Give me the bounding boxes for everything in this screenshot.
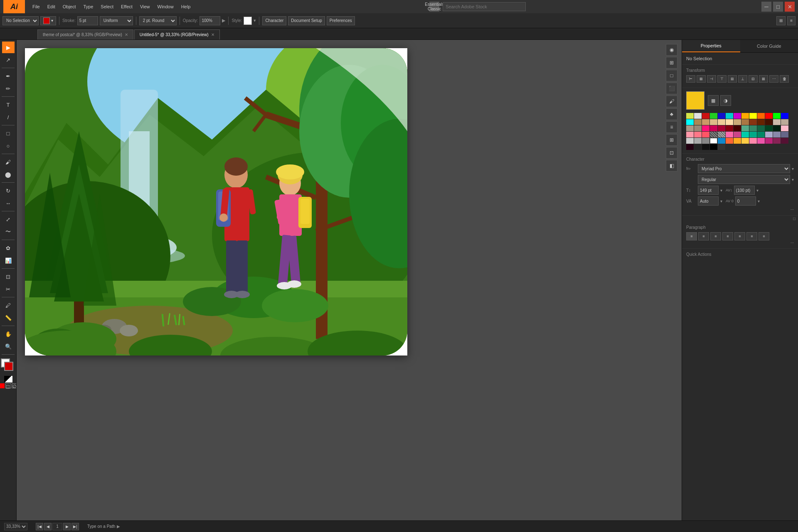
swatch[interactable] [781,125,788,131]
slice-tool[interactable]: ✂ [2,283,15,295]
align-hcenter-btn[interactable]: ⊠ [697,75,706,83]
align-left-btn[interactable]: ⊢ [686,75,695,83]
style-swatch[interactable] [244,17,252,25]
swatch[interactable] [757,132,765,137]
stroke-width-input[interactable] [77,16,98,25]
font-size-unit-arrow[interactable]: ▾ [720,188,722,193]
menu-view[interactable]: View [137,2,153,11]
round-cap-select[interactable]: 2 pt. Round [139,16,177,25]
tab-1[interactable]: theme of postcai* @ 8,33% (RGB/Preview) … [37,29,133,39]
menu-help[interactable]: Help [178,2,194,11]
panel-expand-btn[interactable]: □ [793,216,796,221]
maximize-button[interactable]: □ [773,2,783,12]
justify-text-btn[interactable]: ≡ [722,232,733,240]
tracking-value-input[interactable] [735,196,756,206]
swatch[interactable] [765,138,773,144]
artboard-info-expand[interactable]: ▶ [117,524,120,529]
nav-brush-btn[interactable]: 🖌 [666,96,677,107]
swatch[interactable] [702,132,709,137]
swatch[interactable] [710,113,717,119]
tab-2-close[interactable]: ✕ [211,32,214,37]
swatch[interactable] [734,119,741,125]
swatch[interactable] [718,144,725,150]
default-colors-btn[interactable] [4,376,12,382]
align-bottom-btn[interactable]: ⊥ [738,75,747,83]
swatch[interactable] [773,132,781,137]
menu-type[interactable]: Type [80,2,97,11]
swatch[interactable] [726,138,733,144]
transform-more-btn[interactable]: ⋯ [769,75,778,83]
swatch[interactable] [686,113,694,119]
artboard-number-input[interactable] [52,523,62,530]
nav-align-btn[interactable]: ⊞ [666,134,677,146]
swatch[interactable] [718,132,725,137]
font-family-select[interactable]: Myriad Pro [698,164,790,173]
swatch[interactable] [765,132,773,137]
style-arrow[interactable]: ▾ [254,18,256,23]
swatch[interactable] [749,113,757,119]
swatch[interactable] [734,113,741,119]
paragraph-more-btn[interactable]: ··· [791,240,794,245]
stroke-color-btn[interactable]: ▾ [40,16,56,25]
swatch[interactable] [694,138,702,144]
menu-window[interactable]: Window [154,2,177,11]
opacity-more-btn[interactable]: ▶ [222,18,225,23]
align-top-btn[interactable]: ⊤ [717,75,727,83]
swatch[interactable] [710,125,717,131]
swatch[interactable] [757,113,765,119]
nav-transform-btn[interactable]: ⊡ [666,147,677,159]
character-more-btn[interactable]: ··· [791,207,794,212]
swatch[interactable] [757,138,765,144]
arrange-btn[interactable]: ⊞ [776,16,786,25]
last-artboard-btn[interactable]: ▶| [71,523,79,530]
swatch[interactable] [710,119,717,125]
swatch[interactable] [741,113,749,119]
distribute-h-btn[interactable]: ⊟ [749,75,758,83]
color-btn[interactable] [0,383,5,388]
type-tool[interactable]: T [2,99,15,110]
swatch[interactable] [726,119,733,125]
nav-view-btn[interactable]: ◉ [666,44,677,56]
swatch[interactable] [718,113,725,119]
nav-pathfinder-btn[interactable]: ◧ [666,160,677,172]
menu-object[interactable]: Object [59,2,79,11]
line-tool[interactable]: / [2,111,15,123]
tracking-input[interactable] [734,186,755,195]
swatch[interactable] [734,138,741,144]
distribute-v-btn[interactable]: ⊠ [759,75,768,83]
swatch[interactable] [694,119,702,125]
kerning-input[interactable] [698,196,719,206]
swatch[interactable] [741,132,749,137]
paintbrush-tool[interactable]: 🖌 [2,156,15,168]
gradient-btn[interactable]: ◫ [5,383,11,388]
swatch[interactable] [710,144,717,150]
swatch[interactable] [765,113,773,119]
swatch[interactable] [694,125,702,131]
tab-1-close[interactable]: ✕ [125,32,128,37]
swatch[interactable] [741,119,749,125]
preferences-btn[interactable]: Preferences [327,16,355,25]
fill-stroke-widget[interactable] [1,358,16,373]
swatch[interactable] [702,144,709,150]
swatch[interactable] [702,113,709,119]
align-right-btn[interactable]: ⊣ [707,75,716,83]
panel-toggle-btn[interactable]: ≡ [787,16,796,25]
swatch[interactable] [773,113,781,119]
kerning-type-arrow[interactable]: ▾ [720,199,722,203]
document-setup-btn[interactable]: Document Setup [288,16,325,25]
swatch[interactable] [773,138,781,144]
graph-tool[interactable]: 📊 [2,255,15,266]
tracking-arrow[interactable]: ▾ [756,188,759,193]
delete-btn[interactable]: 🗑 [780,75,789,83]
justify-force-btn[interactable]: ≡ [746,232,757,240]
swatch[interactable] [781,119,788,125]
swatch[interactable] [749,119,757,125]
swatch[interactable] [757,125,765,131]
swatch[interactable] [734,132,741,137]
workspace-switcher[interactable]: Essentials Classic [429,2,439,12]
swatch[interactable] [718,125,725,131]
tab-2[interactable]: Untitled-5* @ 33,33% (RGB/Preview) ✕ [134,29,220,39]
zoom-tool[interactable]: 🔍 [2,341,15,352]
measure-tool[interactable]: 📏 [2,312,15,324]
swatch[interactable] [749,138,757,144]
